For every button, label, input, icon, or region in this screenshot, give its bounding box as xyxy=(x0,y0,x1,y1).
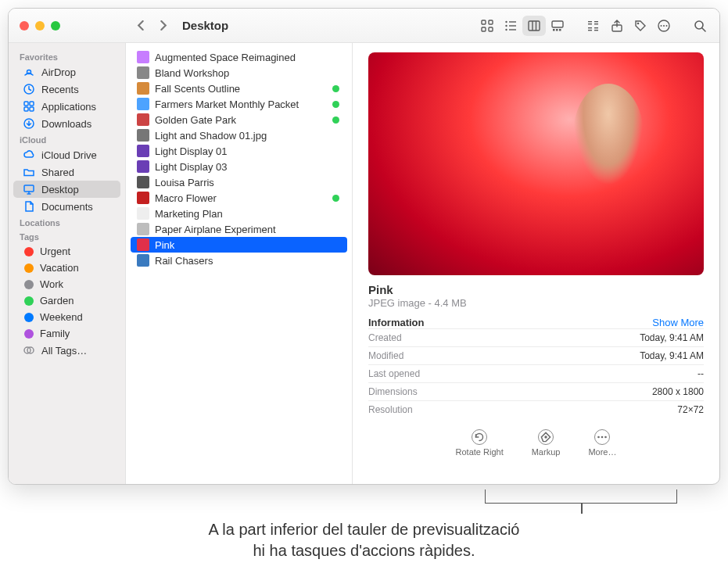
file-item[interactable]: Bland Workshop xyxy=(131,65,347,81)
info-value: -- xyxy=(698,368,704,379)
airdrop-icon xyxy=(23,66,35,78)
file-thumbnail-icon xyxy=(137,66,149,79)
file-item[interactable]: Marketing Plan xyxy=(131,206,347,221)
file-item[interactable]: Farmers Market Monthly Packet xyxy=(131,96,347,112)
file-column: Augmented Space ReimaginedBland Workshop… xyxy=(126,43,353,484)
sidebar-item-label: Downloads xyxy=(41,118,91,130)
preview-image xyxy=(368,52,704,275)
sidebar-item-downloads[interactable]: Downloads xyxy=(13,115,120,132)
file-item[interactable]: Pink xyxy=(131,237,347,253)
info-value: 2800 x 1800 xyxy=(652,386,704,397)
sidebar-item-shared[interactable]: Shared xyxy=(13,163,120,181)
file-item[interactable]: Paper Airplane Experiment xyxy=(131,221,347,237)
sidebar-item-urgent[interactable]: Urgent xyxy=(13,243,120,260)
close-window[interactable] xyxy=(20,21,29,30)
svg-rect-5 xyxy=(509,21,516,22)
svg-point-4 xyxy=(505,20,507,22)
info-key: Last opened xyxy=(368,368,420,379)
sidebar-item-applications[interactable]: Applications xyxy=(13,98,120,115)
quick-action-label: More… xyxy=(588,447,616,457)
info-row: ModifiedToday, 9:41 AM xyxy=(368,346,704,364)
file-item[interactable]: Louisa Parris xyxy=(131,174,347,190)
quick-action-rotate[interactable]: Rotate Right xyxy=(456,429,504,457)
sidebar-item-label: Shared xyxy=(41,167,74,178)
sidebar-item-label: iCloud Drive xyxy=(41,149,97,161)
file-thumbnail-icon xyxy=(137,82,149,95)
preview-filetype: JPEG image - 4.4 MB xyxy=(368,297,704,309)
share-button[interactable] xyxy=(605,16,629,36)
file-thumbnail-icon xyxy=(137,223,149,235)
svg-rect-1 xyxy=(489,20,493,24)
list-view-button[interactable] xyxy=(499,16,522,36)
svg-rect-0 xyxy=(482,20,486,24)
tag-indicator-icon xyxy=(332,195,339,202)
svg-point-28 xyxy=(661,25,662,27)
quick-action-markup[interactable]: Markup xyxy=(532,429,561,457)
sidebar-item-label: Work xyxy=(40,278,63,290)
icon-view-button[interactable] xyxy=(475,16,499,36)
file-thumbnail-icon xyxy=(137,192,149,204)
svg-rect-13 xyxy=(552,21,563,27)
sidebar-item-work[interactable]: Work xyxy=(13,276,120,292)
svg-rect-10 xyxy=(529,21,540,30)
back-button[interactable] xyxy=(131,16,151,36)
sidebar-item-family[interactable]: Family xyxy=(13,325,120,342)
annotation-caption: A la part inferior del tauler de previsu… xyxy=(8,519,720,561)
sidebar-item-airdrop[interactable]: AirDrop xyxy=(13,63,120,81)
svg-rect-35 xyxy=(24,102,28,106)
info-value: 72×72 xyxy=(677,404,704,415)
svg-line-32 xyxy=(702,28,705,31)
zoom-window[interactable] xyxy=(51,21,60,30)
svg-rect-2 xyxy=(482,27,486,31)
tags-button[interactable] xyxy=(629,16,652,36)
sidebar-item-label: Garden xyxy=(40,295,74,307)
file-item[interactable]: Light Display 03 xyxy=(131,159,347,174)
svg-point-30 xyxy=(666,25,668,27)
tag-dot-icon xyxy=(24,280,34,289)
show-more-link[interactable]: Show More xyxy=(652,317,704,328)
gallery-view-button[interactable] xyxy=(546,16,569,36)
sidebar-item-icloud-drive[interactable]: iCloud Drive xyxy=(13,146,120,163)
file-item[interactable]: Fall Scents Outline xyxy=(131,81,347,96)
info-header-label: Information xyxy=(368,317,425,328)
info-value: Today, 9:41 AM xyxy=(640,350,704,361)
forward-button[interactable] xyxy=(152,16,173,36)
sidebar-item-recents[interactable]: Recents xyxy=(13,81,120,98)
file-label: Macro Flower xyxy=(155,192,327,204)
quick-action-more[interactable]: More… xyxy=(588,429,616,457)
clock-icon xyxy=(23,83,35,95)
info-row: Resolution72×72 xyxy=(368,400,704,418)
window-controls xyxy=(20,21,60,30)
file-item[interactable]: Macro Flower xyxy=(131,190,347,206)
sidebar-item-vacation[interactable]: Vacation xyxy=(13,260,120,276)
column-view-button[interactable] xyxy=(522,16,546,36)
search-button[interactable] xyxy=(688,16,712,36)
file-item[interactable]: Golden Gate Park xyxy=(131,112,347,127)
file-label: Augmented Space Reimagined xyxy=(155,52,341,63)
more-icon xyxy=(594,429,610,445)
svg-rect-38 xyxy=(30,107,34,111)
sidebar-item-desktop[interactable]: Desktop xyxy=(13,181,120,198)
sidebar-item-weekend[interactable]: Weekend xyxy=(13,309,120,325)
file-label: Bland Workshop xyxy=(155,67,341,79)
svg-rect-22 xyxy=(588,30,592,30)
file-label: Farmers Market Monthly Packet xyxy=(155,99,327,110)
file-item[interactable]: Light Display 01 xyxy=(131,143,347,159)
sidebar-item-all-tags-[interactable]: All Tags… xyxy=(13,342,120,359)
sidebar-item-documents[interactable]: Documents xyxy=(13,198,120,215)
minimize-window[interactable] xyxy=(35,21,45,30)
file-item[interactable]: Augmented Space Reimagined xyxy=(131,49,347,65)
window-body: FavoritesAirDropRecentsApplicationsDownl… xyxy=(9,43,719,484)
file-item[interactable]: Rail Chasers xyxy=(131,253,347,268)
desktop-icon xyxy=(23,183,35,195)
svg-rect-24 xyxy=(594,30,598,30)
more-actions-button[interactable] xyxy=(652,16,676,36)
preview-filename: Pink xyxy=(368,283,704,296)
apps-icon xyxy=(23,100,35,113)
group-by-button[interactable] xyxy=(582,16,605,36)
tag-dot-icon xyxy=(24,247,34,256)
file-item[interactable]: Light and Shadow 01.jpg xyxy=(131,127,347,143)
svg-rect-40 xyxy=(24,185,34,192)
svg-rect-21 xyxy=(588,27,592,28)
sidebar-item-garden[interactable]: Garden xyxy=(13,292,120,309)
